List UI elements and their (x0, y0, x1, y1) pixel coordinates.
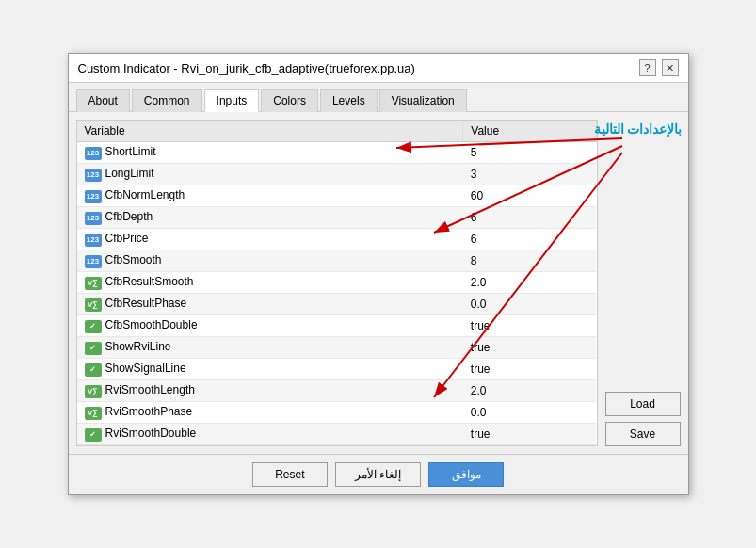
variable-name: CfbDepth (105, 210, 153, 223)
close-button[interactable]: ✕ (662, 59, 679, 76)
cell-variable: V∑RviSmoothPhase (77, 402, 463, 424)
tab-about[interactable]: About (76, 89, 130, 112)
variable-name: ShowRviLine (105, 340, 171, 353)
load-button[interactable]: Load (605, 392, 681, 416)
cell-variable: ✓ShowRviLine (77, 337, 463, 359)
cell-value: 3 (463, 164, 596, 185)
cell-value: true (463, 337, 596, 359)
table-row[interactable]: 123CfbSmooth8 (77, 250, 597, 272)
save-button[interactable]: Save (605, 422, 681, 446)
window-title: Custom Indicator - Rvi_on_jurik_cfb_adap… (78, 61, 415, 75)
reset-button[interactable]: Reset (252, 462, 328, 487)
table-row[interactable]: 123CfbPrice6 (77, 229, 597, 250)
variable-name: ShowSignalLine (105, 362, 186, 375)
cancel-button[interactable]: إلغاء الأمر (335, 462, 421, 487)
cell-value: 5 (463, 142, 596, 164)
title-bar-controls: ? ✕ (639, 59, 679, 76)
cell-variable: V∑CfbResultPhase (77, 294, 463, 315)
icon-123: 123 (85, 190, 102, 203)
table-row[interactable]: ✓CfbSmoothDoubletrue (77, 315, 597, 337)
icon-123: 123 (85, 234, 102, 247)
bottom-bar: Reset إلغاء الأمر موافق (69, 454, 688, 494)
col-variable-header: Variable (77, 121, 463, 142)
tab-levels[interactable]: Levels (320, 89, 378, 112)
cell-variable: 123LongLimit (77, 164, 463, 185)
icon-bool: ✓ (85, 342, 102, 355)
variables-table: Variable Value 123ShortLimit5123LongLimi… (77, 121, 597, 445)
ok-button[interactable]: موافق (428, 462, 504, 487)
variables-table-container: Variable Value 123ShortLimit5123LongLimi… (76, 120, 598, 446)
variable-name: CfbSmooth (105, 253, 162, 266)
icon-bool: ✓ (85, 428, 102, 442)
table-row[interactable]: ✓RviSmoothDoubletrue (77, 424, 597, 445)
main-window: Custom Indicator - Rvi_on_jurik_cfb_adap… (68, 53, 689, 495)
cell-variable: V∑CfbResultSmooth (77, 272, 463, 294)
cell-value: 8 (463, 250, 596, 272)
cell-variable: 123CfbNormLength (77, 185, 463, 207)
table-row[interactable]: V∑CfbResultPhase0.0 (77, 294, 597, 315)
cell-value: true (463, 424, 596, 445)
table-row[interactable]: V∑RviSmoothLength2.0 (77, 380, 597, 402)
variable-name: RviSmoothLength (105, 383, 195, 396)
cell-variable: 123ShortLimit (77, 142, 463, 164)
cell-value: 0.0 (463, 294, 596, 315)
icon-123: 123 (85, 147, 102, 160)
tab-colors[interactable]: Colors (261, 89, 318, 112)
tab-visualization[interactable]: Visualization (379, 89, 467, 112)
col-value-header: Value (463, 121, 596, 142)
icon-v: V∑ (85, 277, 102, 290)
cell-variable: ✓CfbSmoothDouble (77, 315, 463, 337)
icon-bool: ✓ (85, 320, 102, 333)
cell-value: 6 (463, 207, 596, 229)
cell-value: 60 (463, 185, 596, 207)
title-bar: Custom Indicator - Rvi_on_jurik_cfb_adap… (69, 54, 688, 83)
variable-name: CfbNormLength (105, 188, 185, 201)
table-row[interactable]: 123CfbNormLength60 (77, 185, 597, 207)
cell-variable: V∑RviSmoothLength (77, 380, 463, 402)
cell-value: 0.0 (463, 402, 596, 424)
variable-name: RviSmoothPhase (105, 405, 193, 418)
cell-value: 6 (463, 229, 596, 250)
icon-v: V∑ (85, 298, 102, 312)
variable-name: CfbResultSmooth (105, 275, 194, 288)
icon-v: V∑ (85, 407, 102, 420)
variable-name: CfbSmoothDouble (105, 318, 198, 331)
table-row[interactable]: 123ShortLimit5 (77, 142, 597, 164)
icon-123: 123 (85, 212, 102, 225)
table-row[interactable]: ✓ShowRviLinetrue (77, 337, 597, 359)
table-row[interactable]: ✓ShowSignalLinetrue (77, 359, 597, 380)
table-row[interactable]: 123LongLimit3 (77, 164, 597, 185)
table-row[interactable]: V∑RviSmoothPhase0.0 (77, 402, 597, 424)
variable-name: CfbPrice (105, 232, 149, 245)
content-area: Variable Value 123ShortLimit5123LongLimi… (69, 112, 688, 454)
cell-variable: ✓ShowSignalLine (77, 359, 463, 380)
icon-123: 123 (85, 255, 102, 268)
icon-bool: ✓ (85, 363, 102, 377)
cell-variable: ✓RviSmoothDouble (77, 424, 463, 445)
variable-name: CfbResultPhase (105, 297, 187, 310)
help-button[interactable]: ? (639, 59, 656, 76)
tab-bar: About Common Inputs Colors Levels Visual… (69, 83, 688, 112)
cell-value: 2.0 (463, 272, 596, 294)
cell-value: true (463, 315, 596, 337)
table-row[interactable]: 123CfbDepth6 (77, 207, 597, 229)
cell-variable: 123CfbDepth (77, 207, 463, 229)
side-buttons: Load Save (605, 120, 681, 446)
tab-common[interactable]: Common (132, 89, 202, 112)
table-wrapper: Variable Value 123ShortLimit5123LongLimi… (76, 120, 598, 446)
variable-name: ShortLimit (105, 145, 156, 158)
tab-inputs[interactable]: Inputs (204, 89, 260, 112)
variable-name: LongLimit (105, 167, 154, 180)
cell-value: 2.0 (463, 380, 596, 402)
table-row[interactable]: V∑CfbResultSmooth2.0 (77, 272, 597, 294)
cell-value: true (463, 359, 596, 380)
icon-v: V∑ (85, 385, 102, 398)
cell-variable: 123CfbPrice (77, 229, 463, 250)
cell-variable: 123CfbSmooth (77, 250, 463, 272)
variable-name: RviSmoothDouble (105, 427, 197, 440)
icon-123: 123 (85, 169, 102, 182)
